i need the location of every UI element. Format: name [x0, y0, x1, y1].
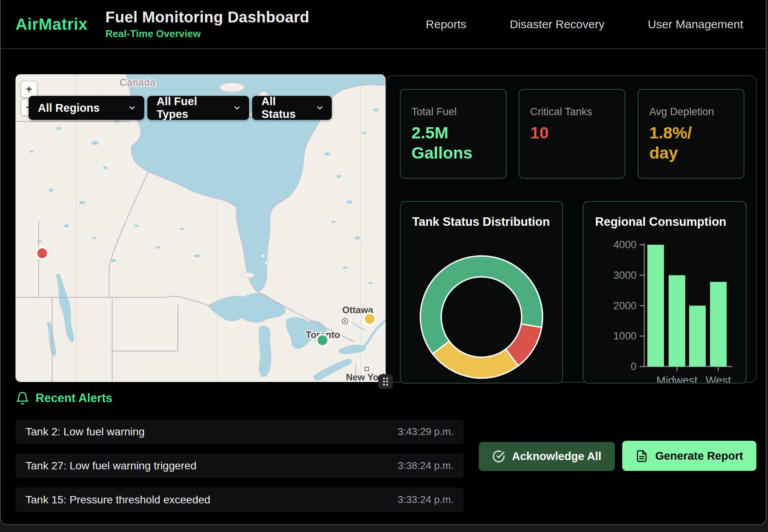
fuel-map[interactable]: Canada Ottawa Toronto New York + − All R… [15, 74, 386, 382]
acknowledge-all-button[interactable]: Acknowledge All [479, 442, 615, 471]
nav-reports[interactable]: Reports [426, 18, 466, 31]
bar-West [710, 282, 727, 367]
main-nav: Reports Disaster Recovery User Managemen… [426, 18, 766, 31]
donut-segment-warning [433, 341, 518, 378]
stat-value: 10 [530, 123, 614, 143]
stat-card-total-fuel: Total Fuel 2.5M Gallons [400, 89, 507, 179]
recent-alerts-header: Recent Alerts [15, 391, 113, 405]
y-tick-label: 4000 [613, 239, 637, 251]
alert-timestamp: 3:38:24 p.m. [398, 460, 454, 472]
resize-drag-handle[interactable] [378, 374, 393, 389]
tank-marker-normal[interactable] [317, 334, 328, 346]
tank-marker-warning[interactable] [364, 313, 375, 325]
tank-marker-critical[interactable] [36, 247, 48, 259]
alert-text: Tank 27: Low fuel warning triggered [26, 460, 196, 472]
region-filter-dropdown[interactable]: All Regions [29, 96, 144, 120]
tank-status-chart-card: Tank Status Distribution [400, 201, 563, 384]
alert-row[interactable]: Tank 15: Pressure threshold exceeded 3:3… [15, 488, 464, 512]
status-filter-dropdown[interactable]: All Status [252, 96, 332, 120]
regional-consumption-chart-card: Regional Consumption 01000200030004000Mi… [583, 201, 747, 384]
stat-card-avg-depletion: Avg Depletion 1.8%/ day [638, 89, 744, 179]
y-tick-label: 0 [631, 361, 637, 372]
chevron-down-icon [316, 104, 324, 112]
stat-value: 1.8%/ day [649, 123, 734, 163]
nav-disaster-recovery[interactable]: Disaster Recovery [510, 18, 604, 31]
brand-logo: AirMatrix [15, 15, 88, 34]
bar-series-3 [689, 306, 706, 367]
bar-Midwest [669, 275, 685, 367]
fuel-type-filter-dropdown[interactable]: All Fuel Types [147, 96, 249, 120]
region-filter-label: All Regions [38, 102, 100, 114]
page-title: Fuel Monitoring Dashboard [106, 9, 309, 26]
regional-consumption-bar-chart: 01000200030004000MidwestWest [584, 202, 746, 383]
nav-user-management[interactable]: User Management [648, 18, 743, 31]
y-tick-label: 2000 [613, 300, 637, 312]
drag-dots-icon [381, 377, 390, 387]
alert-text: Tank 2: Low fuel warning [26, 426, 145, 438]
y-tick-label: 3000 [613, 269, 637, 281]
status-filter-label: All Status [261, 95, 305, 121]
alert-row[interactable]: Tank 2: Low fuel warning 3:43:29 p.m. [15, 419, 464, 444]
acknowledge-all-label: Acknowledge All [512, 450, 601, 463]
alert-timestamp: 3:43:29 p.m. [398, 426, 454, 438]
fuel-filter-label: All Fuel Types [157, 95, 223, 121]
alert-text: Tank 15: Pressure threshold exceeded [26, 494, 210, 506]
recent-alerts-title: Recent Alerts [36, 391, 113, 405]
y-tick-label: 1000 [613, 330, 637, 342]
overview-panel: Total Fuel 2.5M Gallons Critical Tanks 1… [386, 75, 757, 383]
header: AirMatrix Fuel Monitoring Dashboard Real… [1, 0, 766, 49]
bell-icon [15, 391, 29, 405]
generate-report-button[interactable]: Generate Report [622, 441, 756, 471]
stat-label: Total Fuel [411, 106, 496, 118]
generate-report-label: Generate Report [655, 450, 743, 462]
page-subtitle: Real-Time Overview [106, 28, 309, 40]
chart-title: Tank Status Distribution [412, 215, 550, 229]
stat-card-critical-tanks: Critical Tanks 10 [519, 89, 625, 179]
map-label-canada: Canada [119, 77, 156, 88]
file-text-icon [635, 450, 648, 462]
title-block: Fuel Monitoring Dashboard Real-Time Over… [106, 9, 309, 40]
map-filters: All Regions All Fuel Types All Status [29, 96, 332, 120]
chart-title: Regional Consumption [595, 215, 726, 229]
alert-timestamp: 3:33:24 p.m. [398, 494, 454, 506]
bar-series-1 [647, 245, 664, 367]
chevron-down-icon [233, 104, 241, 112]
alert-row[interactable]: Tank 27: Low fuel warning triggered 3:38… [15, 454, 464, 478]
stat-value: 2.5M Gallons [411, 123, 496, 163]
x-tick-label: Midwest [656, 374, 697, 383]
stat-label: Avg Depletion [649, 106, 734, 118]
stat-label: Critical Tanks [530, 106, 614, 118]
check-circle-icon [492, 450, 505, 463]
x-tick-label: West [706, 374, 731, 383]
tank-status-donut-chart [401, 202, 562, 383]
app-window: AirMatrix Fuel Monitoring Dashboard Real… [0, 0, 766, 525]
chevron-down-icon [128, 104, 137, 112]
zoom-in-button[interactable]: + [21, 81, 37, 97]
